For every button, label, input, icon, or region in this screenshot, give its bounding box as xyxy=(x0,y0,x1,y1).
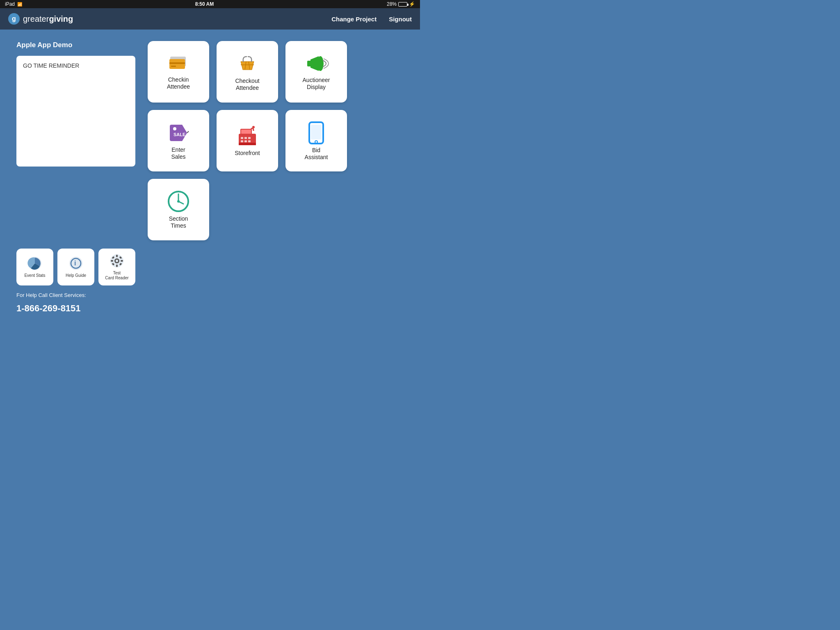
right-panel: CheckinAttendee xyxy=(148,41,404,240)
svg-rect-20 xyxy=(244,140,247,142)
svg-rect-40 xyxy=(111,260,113,262)
checkin-tile[interactable]: CheckinAttendee xyxy=(148,41,209,103)
checkin-label: CheckinAttendee xyxy=(167,76,190,90)
svg-line-12 xyxy=(187,131,189,133)
test-card-label: TestCard Reader xyxy=(105,271,128,281)
status-left: iPad 📶 xyxy=(5,1,22,7)
event-stats-label: Event Stats xyxy=(24,273,45,278)
help-guide-label: Help Guide xyxy=(66,273,86,278)
svg-point-23 xyxy=(252,126,255,128)
test-card-reader-tile[interactable]: TestCard Reader xyxy=(98,249,135,285)
svg-point-30 xyxy=(177,200,180,203)
sales-label: EnterSales xyxy=(171,146,185,160)
logo: g greatergiving xyxy=(8,13,73,25)
svg-rect-39 xyxy=(116,265,118,267)
svg-rect-17 xyxy=(244,137,247,139)
small-tiles: Event Stats i Help Guide xyxy=(16,249,404,285)
section-times-tile[interactable]: SectionTimes xyxy=(148,179,209,240)
left-panel: Apple App Demo GO TIME REMINDER xyxy=(16,41,135,240)
logo-text: greatergiving xyxy=(23,14,73,24)
nav-links: Change Project Signout xyxy=(331,16,412,23)
auctioneer-label: AuctioneerDisplay xyxy=(303,77,330,91)
svg-rect-21 xyxy=(248,140,251,142)
svg-point-10 xyxy=(173,127,176,130)
status-right: 28% ⚡ xyxy=(387,1,415,7)
section-times-label: SectionTimes xyxy=(169,215,188,229)
svg-rect-38 xyxy=(116,255,118,257)
svg-point-26 xyxy=(315,141,317,143)
wifi-icon: 📶 xyxy=(17,2,22,7)
status-bar: iPad 📶 8:50 AM 28% ⚡ xyxy=(0,0,420,8)
storefront-tile[interactable]: Storefront xyxy=(217,110,278,171)
signout-link[interactable]: Signout xyxy=(389,16,412,23)
help-text: For Help Call Client Services: xyxy=(16,292,404,298)
change-project-link[interactable]: Change Project xyxy=(331,16,377,23)
section-times-icon xyxy=(167,190,190,213)
checkout-tile[interactable]: CheckoutAttendee xyxy=(217,41,278,103)
help-phone: 1-866-269-8151 xyxy=(16,303,404,314)
svg-text:SALE: SALE xyxy=(173,132,185,137)
project-title: Apple App Demo xyxy=(16,41,135,49)
auctioneer-icon xyxy=(303,53,330,74)
help-guide-icon: i xyxy=(68,256,83,271)
svg-rect-41 xyxy=(121,260,123,262)
tile-grid: CheckinAttendee xyxy=(148,41,404,171)
event-stats-icon xyxy=(27,256,42,271)
auctioneer-tile[interactable]: AuctioneerDisplay xyxy=(285,41,347,103)
test-card-reader-icon xyxy=(110,253,124,268)
svg-rect-25 xyxy=(311,125,322,139)
reminder-box: GO TIME REMINDER xyxy=(16,56,135,167)
svg-rect-3 xyxy=(171,66,176,67)
svg-rect-8 xyxy=(307,61,311,66)
device-label: iPad xyxy=(5,1,15,7)
svg-rect-15 xyxy=(241,130,251,134)
svg-rect-19 xyxy=(241,140,243,142)
status-time: 8:50 AM xyxy=(195,1,214,7)
help-guide-tile[interactable]: i Help Guide xyxy=(57,249,94,285)
checkin-icon xyxy=(166,53,191,74)
checkout-label: CheckoutAttendee xyxy=(235,78,259,91)
battery-icon xyxy=(398,2,407,7)
storefront-icon xyxy=(235,125,259,147)
sales-icon: SALE xyxy=(167,121,190,144)
battery-percent: 28% xyxy=(387,1,397,7)
event-stats-tile[interactable]: Event Stats xyxy=(16,249,53,285)
svg-text:i: i xyxy=(74,260,76,267)
bid-tile[interactable]: BidAssistant xyxy=(285,110,347,171)
bottom-left: Event Stats i Help Guide xyxy=(0,249,420,314)
reminder-text: GO TIME REMINDER xyxy=(23,62,79,69)
bottom-right-row: SectionTimes xyxy=(148,179,404,240)
svg-point-37 xyxy=(116,260,118,262)
svg-rect-16 xyxy=(241,137,243,139)
sales-tile[interactable]: SALE EnterSales xyxy=(148,110,209,171)
svg-rect-2 xyxy=(169,62,185,64)
svg-point-9 xyxy=(317,56,324,71)
svg-rect-18 xyxy=(248,137,251,139)
header: g greatergiving Change Project Signout xyxy=(0,8,420,30)
bid-label: BidAssistant xyxy=(305,147,328,161)
storefront-label: Storefront xyxy=(235,150,260,157)
checkout-icon xyxy=(235,52,260,75)
svg-rect-22 xyxy=(239,143,256,145)
charging-icon: ⚡ xyxy=(409,1,415,7)
bid-icon xyxy=(306,121,326,144)
logo-icon: g xyxy=(8,13,20,25)
main-content: Apple App Demo GO TIME REMINDER xyxy=(0,30,420,249)
